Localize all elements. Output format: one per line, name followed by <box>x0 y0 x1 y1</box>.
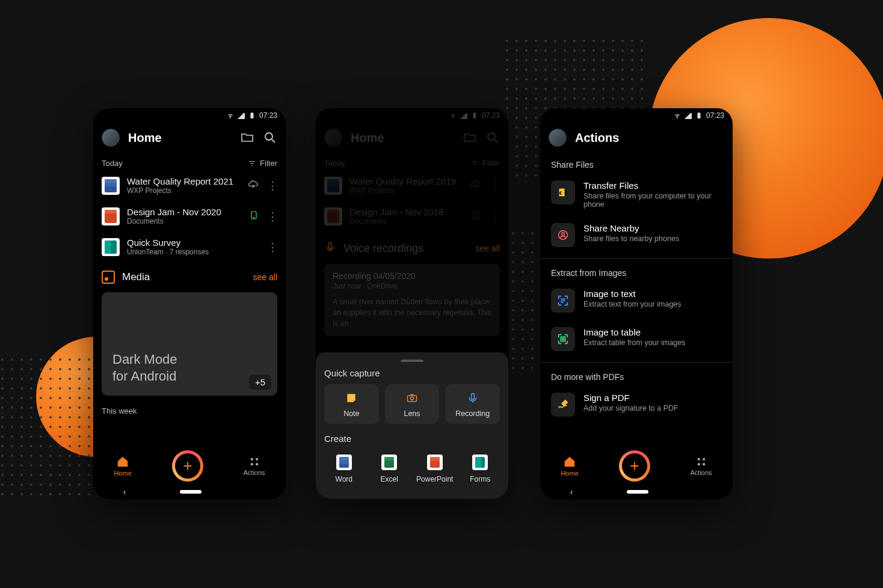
doc-title: Design Jam - Nov 2020 <box>127 207 242 217</box>
see-all-link[interactable]: see all <box>253 272 277 282</box>
section-today: Today <box>102 159 123 168</box>
quick-note[interactable]: Note <box>324 384 379 424</box>
search-icon[interactable] <box>263 130 277 145</box>
action-sub: Share files from your computer to your p… <box>583 192 722 209</box>
actions-grid-icon <box>695 456 707 468</box>
clock: 07:23 <box>259 111 277 120</box>
battery-icon <box>695 112 703 119</box>
svg-rect-13 <box>329 243 332 249</box>
section-today: Today <box>324 159 345 168</box>
svg-point-4 <box>253 217 254 218</box>
cell-label: PowerPoint <box>416 475 453 483</box>
status-bar: 07:23 <box>316 108 508 123</box>
powerpoint-icon <box>102 207 120 225</box>
nav-actions[interactable]: Actions <box>243 456 265 476</box>
sheet-handle[interactable] <box>401 360 423 362</box>
filter-label: Filter <box>482 159 500 168</box>
cell-label: Lens <box>404 409 420 418</box>
svg-point-5 <box>250 458 253 461</box>
action-transfer-files[interactable]: Transfer FilesShare files from your comp… <box>540 173 733 216</box>
cell-label: Recording <box>455 409 490 418</box>
doc-row[interactable]: Quick SurveyUnionTeam · 7 responses <box>93 231 286 262</box>
fab-create[interactable] <box>620 452 649 480</box>
mobile-badge-icon <box>249 209 259 224</box>
overflow-menu-icon[interactable] <box>267 242 277 253</box>
back-icon[interactable]: ‹ <box>123 487 126 497</box>
battery-icon <box>471 112 478 119</box>
create-powerpoint[interactable]: PowerPoint <box>415 450 455 488</box>
create-excel[interactable]: Excel <box>370 450 410 488</box>
filter-button: Filter <box>470 159 500 168</box>
svg-rect-10 <box>474 112 475 113</box>
filter-button[interactable]: Filter <box>248 159 277 168</box>
svg-rect-18 <box>698 112 700 113</box>
nav-label: Actions <box>243 469 265 476</box>
nav-home[interactable]: Home <box>114 455 131 477</box>
overflow-menu-icon <box>490 211 500 222</box>
cloud-download-icon[interactable] <box>248 179 259 192</box>
action-sub: Extract text from your images <box>583 300 722 308</box>
quick-recording[interactable]: Recording <box>445 384 500 424</box>
action-image-to-table[interactable]: Image to tableExtract table from your im… <box>540 320 733 358</box>
plus-icon <box>628 459 641 473</box>
overflow-menu-icon[interactable] <box>267 211 277 222</box>
mobile-badge-icon <box>472 209 481 224</box>
create-forms[interactable]: Forms <box>461 450 500 488</box>
svg-point-2 <box>265 133 272 140</box>
divider <box>540 362 733 363</box>
svg-rect-9 <box>473 113 476 118</box>
avatar[interactable] <box>102 129 120 147</box>
avatar[interactable] <box>549 129 567 147</box>
svg-rect-17 <box>697 113 700 118</box>
lens-icon <box>405 391 419 405</box>
cell-label: Forms <box>470 475 490 483</box>
home-pill[interactable] <box>180 490 202 494</box>
voice-card: Recording 04/05/2020 Just now · OneDrive… <box>324 264 500 336</box>
image-table-icon <box>551 327 575 351</box>
svg-point-7 <box>250 463 253 465</box>
bottom-nav: Home Actions <box>540 447 733 485</box>
plus-icon <box>181 459 194 473</box>
media-count-badge: +5 <box>249 375 271 390</box>
svg-point-15 <box>411 397 414 400</box>
bottom-nav: Home Actions <box>93 447 286 485</box>
doc-title: Water Quality Report 2019 <box>349 176 463 186</box>
doc-title: Water Quality Report 2021 <box>127 176 241 186</box>
svg-point-22 <box>697 458 700 461</box>
action-sign-pdf[interactable]: Sign a PDFAdd your signature to a PDF <box>540 385 733 424</box>
status-bar: 07:23 <box>93 108 286 123</box>
wifi-icon <box>449 112 457 119</box>
wifi-icon <box>227 112 234 119</box>
cell-label: Excel <box>381 475 398 483</box>
transfer-icon <box>551 180 575 204</box>
home-icon <box>563 455 576 468</box>
avatar <box>324 129 342 147</box>
action-image-to-text[interactable]: Image to textExtract text from your imag… <box>540 281 733 320</box>
quick-lens[interactable]: Lens <box>385 384 440 424</box>
fab-create[interactable] <box>173 452 202 480</box>
doc-sub: UnionTeam · 7 responses <box>127 248 260 256</box>
filter-icon <box>248 159 256 168</box>
svg-rect-1 <box>251 112 253 113</box>
page-title: Home <box>128 131 232 145</box>
nav-label: Home <box>561 470 578 477</box>
back-icon[interactable]: ‹ <box>570 487 573 497</box>
media-tile[interactable]: Dark Modefor Android +5 <box>102 292 277 396</box>
divider <box>540 258 733 259</box>
group-pdf: Do more with PDFs <box>540 366 733 385</box>
forms-icon <box>102 238 120 256</box>
nav-actions[interactable]: Actions <box>690 456 712 476</box>
create-word[interactable]: Word <box>324 450 364 488</box>
note-icon <box>345 391 358 405</box>
doc-row[interactable]: Design Jam - Nov 2020Documents <box>93 201 286 231</box>
folder-icon[interactable] <box>240 130 254 145</box>
card-title: Recording 04/05/2020 <box>333 271 491 281</box>
folder-icon <box>463 130 477 145</box>
overflow-menu-icon[interactable] <box>267 180 277 191</box>
doc-row: Design Jam - Nov 2018Documents <box>316 201 508 231</box>
doc-row[interactable]: Water Quality Report 2021WXP Projects <box>93 170 286 201</box>
android-softbar: ‹ <box>540 485 733 499</box>
nav-home[interactable]: Home <box>561 455 578 477</box>
action-share-nearby[interactable]: Share NearbyShare files to nearby phones <box>540 216 733 254</box>
home-pill[interactable] <box>627 490 648 494</box>
